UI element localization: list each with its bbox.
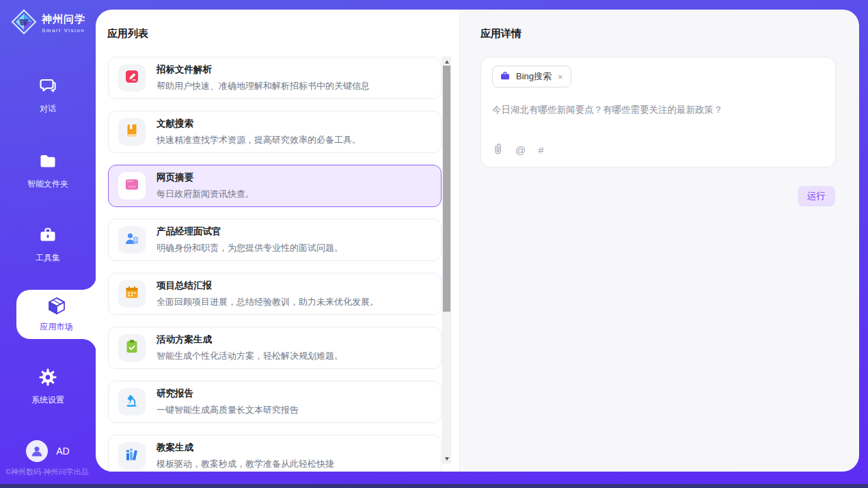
clipboard-check-icon [124, 338, 140, 357]
sidebar-item-app-market[interactable]: 应用市场 [16, 290, 96, 339]
interviewer-icon [124, 230, 140, 249]
gear-icon [38, 368, 57, 390]
diamond-logo-icon [11, 9, 37, 38]
app-card-title: 研究报告 [157, 388, 299, 400]
app-card-title: 招标文件解析 [157, 64, 370, 76]
tool-tag-bing-search[interactable]: Bing搜索 × [492, 66, 571, 87]
app-card-title: 教案生成 [157, 442, 334, 454]
copyright-text: ©神州数码·神州问学出品 [5, 467, 89, 477]
browser-code-icon: </> [124, 176, 140, 195]
avatar [26, 440, 48, 462]
app-list-scrollbar[interactable] [442, 57, 451, 463]
mention-icon[interactable]: @ [515, 144, 526, 156]
content-area: 应用列表 招标文件解析 帮助用户快速 [96, 10, 859, 472]
chat-icon [38, 77, 57, 98]
app-card-web-summary[interactable]: </> 网页摘要 每日政府新闻资讯快查。 [108, 165, 442, 207]
sidebar-item-label: 工具集 [36, 252, 60, 264]
folder-icon [38, 152, 57, 174]
books-icon [124, 446, 140, 465]
brand-name: 神州问学 [42, 13, 85, 26]
sidebar-item-label: 对话 [40, 103, 56, 115]
svg-text:</>: </> [128, 185, 135, 189]
brand-subtitle: Smart Vision [42, 27, 85, 33]
calendar-icon [124, 284, 140, 303]
composer-toolbar: @ # [493, 143, 544, 157]
app-card-description: 每日政府新闻资讯快查。 [157, 188, 254, 200]
brand-logo: 神州问学 Smart Vision [11, 9, 85, 38]
app-card-bid-document-parsing[interactable]: 招标文件解析 帮助用户快速、准确地理解和解析招标书中的关键信息 [108, 57, 442, 99]
pen-square-icon [124, 68, 140, 87]
person-icon [30, 444, 44, 458]
app-card-title: 项目总结汇报 [157, 280, 379, 292]
prompt-text[interactable]: 今日湖北有哪些新闻要点？有哪些需要关注的最新政策？ [492, 104, 824, 116]
app-card-pm-interviewer[interactable]: 产品经理面试官 明确身份和职责，为您提供专业性的面试问题。 [108, 219, 442, 261]
briefcase-icon [38, 226, 57, 247]
user-account[interactable]: AD [0, 440, 96, 462]
app-card-title: 网页摘要 [157, 172, 254, 184]
sidebar-item-toolset[interactable]: 工具集 [0, 226, 96, 264]
hash-icon[interactable]: # [538, 144, 543, 156]
app-card-title: 产品经理面试官 [157, 226, 343, 238]
app-card-description: 明确身份和职责，为您提供专业性的面试问题。 [157, 242, 343, 254]
app-card-research-report[interactable]: 研究报告 一键智能生成高质量长文本研究报告 [108, 381, 442, 423]
app-card-project-summary[interactable]: 项目总结汇报 全面回顾项目进展，总结经验教训，助力未来优化发展。 [108, 273, 442, 315]
close-icon[interactable]: × [557, 72, 564, 82]
prompt-card: Bing搜索 × 今日湖北有哪些新闻要点？有哪些需要关注的最新政策？ @ # [480, 57, 836, 167]
sidebar-item-label: 智能文件夹 [27, 178, 68, 190]
user-initials: AD [56, 446, 69, 457]
app-card-lesson-plan-generation[interactable]: 教案生成 模板驱动，教案秒成，教学准备从此轻松快捷 [108, 435, 442, 472]
app-card-description: 快速精准查找学术资源，提高研究效率的必备工具。 [157, 134, 361, 146]
app-detail-panel: 应用详情 Bing搜索 × 今日湖北有哪些新闻要点？有哪些需要关注的最新政策？ [459, 10, 859, 472]
app-card-literature-search[interactable]: 文献搜索 快速精准查找学术资源，提高研究效率的必备工具。 [108, 111, 442, 153]
sidebar-item-settings[interactable]: 系统设置 [0, 368, 96, 406]
cube-icon [47, 296, 66, 318]
scrollbar-thumb[interactable] [443, 66, 450, 312]
sidebar-item-chat[interactable]: 对话 [0, 77, 96, 115]
sidebar-item-label: 应用市场 [40, 321, 73, 333]
app-detail-title: 应用详情 [480, 27, 521, 40]
app-card-description: 模板驱动，教案秒成，教学准备从此轻松快捷 [157, 458, 334, 470]
sidebar: 神州问学 Smart Vision 对话 智能文件夹 [0, 0, 96, 488]
app-list-title: 应用列表 [107, 27, 148, 40]
app-window: 神州问学 Smart Vision 对话 智能文件夹 [0, 0, 868, 488]
app-card-title: 文献搜索 [157, 118, 361, 130]
run-button[interactable]: 运行 [798, 186, 835, 206]
scroll-down-arrow-icon[interactable] [443, 455, 450, 463]
sidebar-item-label: 系统设置 [31, 394, 64, 406]
book-icon [124, 122, 140, 141]
briefcase-icon [500, 70, 511, 83]
app-list-panel: 应用列表 招标文件解析 帮助用户快速 [96, 10, 459, 472]
app-card-event-plan-generation[interactable]: 活动方案生成 智能生成个性化活动方案，轻松解决规划难题。 [108, 327, 442, 369]
paperclip-icon[interactable] [493, 143, 503, 157]
scroll-up-arrow-icon[interactable] [443, 57, 450, 66]
tool-tag-label: Bing搜索 [516, 70, 552, 83]
app-card-description: 全面回顾项目进展，总结经验教训，助力未来优化发展。 [157, 296, 379, 308]
app-card-description: 智能生成个性化活动方案，轻松解决规划难题。 [157, 350, 343, 362]
app-card-list: 招标文件解析 帮助用户快速、准确地理解和解析招标书中的关键信息 [108, 57, 442, 472]
bottom-edge-divider [0, 484, 868, 488]
app-card-description: 帮助用户快速、准确地理解和解析招标书中的关键信息 [157, 80, 370, 92]
sidebar-item-smart-folders[interactable]: 智能文件夹 [0, 152, 96, 190]
app-card-description: 一键智能生成高质量长文本研究报告 [157, 404, 299, 416]
app-card-title: 活动方案生成 [157, 334, 343, 346]
microscope-icon [124, 392, 140, 411]
